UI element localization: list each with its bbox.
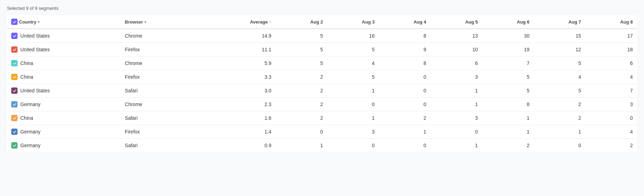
row-checkbox-4[interactable]	[11, 74, 18, 80]
browser-name: Safari	[125, 115, 138, 121]
date-value: 5	[372, 74, 375, 80]
cell-date-9-1: 0	[327, 139, 379, 152]
cell-date-5-2: 0	[379, 84, 430, 98]
browser-name: Chrome	[125, 102, 142, 107]
cell-date-9-4: 2	[482, 139, 534, 152]
row-checkbox-8[interactable]	[11, 129, 18, 135]
date-value: 2	[320, 102, 323, 107]
th-aug3: Aug 3	[327, 15, 379, 29]
cell-date-6-0: 2	[276, 98, 327, 111]
th-browser[interactable]: Browser ▾	[121, 15, 213, 29]
country-chevron-icon: ▾	[38, 20, 40, 24]
date-value: 0	[630, 115, 633, 121]
date-value: 2	[578, 115, 581, 121]
date-value: 6	[630, 60, 633, 66]
row-checkbox-7[interactable]	[11, 115, 18, 121]
cell-browser-9: Safari	[121, 139, 213, 152]
date-value: 1	[527, 115, 530, 121]
sort-icon: ↕	[269, 19, 271, 24]
date-value: 9	[423, 47, 426, 52]
cell-date-5-1: 1	[327, 84, 379, 98]
table-header-row: Country ▾ Browser ▾ Average ↕ Au	[7, 15, 637, 29]
date-value: 15	[576, 33, 581, 39]
country-name: United States	[20, 33, 50, 39]
browser-name: Firefox	[125, 74, 140, 80]
th-average[interactable]: Average ↕	[213, 15, 276, 29]
cell-date-2-6: 18	[585, 43, 637, 57]
cell-date-4-4: 5	[482, 70, 534, 84]
cell-country-4: China	[7, 70, 121, 84]
th-browser-label: Browser	[125, 19, 143, 25]
cell-date-7-6: 0	[585, 111, 637, 125]
date-value: 4	[372, 60, 375, 66]
date-value: 13	[472, 33, 478, 39]
date-value: 8	[527, 102, 530, 107]
cell-country-7: China	[7, 111, 121, 125]
row-checkbox-3[interactable]	[11, 60, 18, 66]
cell-date-3-5: 5	[534, 57, 585, 70]
cell-browser-1: Chrome	[121, 29, 213, 43]
th-aug4: Aug 4	[379, 15, 430, 29]
cell-date-8-2: 1	[379, 125, 430, 139]
cell-date-8-3: 0	[431, 125, 482, 139]
country-name: Germany	[20, 129, 41, 135]
average-value: 3.0	[264, 88, 271, 93]
cell-browser-4: Firefox	[121, 70, 213, 84]
date-value: 0	[423, 88, 426, 93]
date-value: 18	[627, 47, 633, 52]
table-row: China Safari1.62123120	[7, 111, 637, 125]
average-value: 1.4	[264, 129, 271, 135]
date-value: 5	[320, 47, 323, 52]
country-name: United States	[20, 88, 50, 93]
date-value: 3	[475, 74, 478, 80]
country-name: United States	[20, 47, 50, 52]
browser-chevron-icon: ▾	[144, 20, 146, 24]
date-value: 2	[630, 143, 633, 148]
cell-date-4-6: 4	[585, 70, 637, 84]
cell-date-6-5: 2	[534, 98, 585, 111]
cell-date-4-3: 3	[431, 70, 482, 84]
cell-date-4-5: 4	[534, 70, 585, 84]
date-value: 0	[372, 143, 375, 148]
browser-name: Chrome	[125, 60, 142, 66]
date-value: 2	[578, 102, 581, 107]
cell-date-2-0: 5	[276, 43, 327, 57]
date-value: 6	[475, 60, 478, 66]
th-country[interactable]: Country ▾	[7, 15, 121, 29]
table-row: Germany Firefox1.40310114	[7, 125, 637, 139]
header-checkbox[interactable]	[11, 19, 18, 25]
cell-date-3-6: 6	[585, 57, 637, 70]
date-value: 3	[475, 115, 478, 121]
date-value: 1	[475, 102, 478, 107]
row-checkbox-5[interactable]	[11, 87, 18, 94]
cell-country-8: Germany	[7, 125, 121, 139]
cell-browser-2: Firefox	[121, 43, 213, 57]
cell-date-7-1: 1	[327, 111, 379, 125]
row-checkbox-1[interactable]	[11, 33, 18, 39]
row-checkbox-6[interactable]	[11, 101, 18, 107]
row-checkbox-9[interactable]	[11, 142, 18, 149]
date-value: 5	[527, 74, 530, 80]
cell-country-2: United States	[7, 43, 121, 57]
cell-date-3-4: 7	[482, 57, 534, 70]
table-row: China Firefox3.32503544	[7, 70, 637, 84]
date-value: 30	[524, 33, 530, 39]
cell-country-6: Germany	[7, 98, 121, 111]
date-value: 2	[320, 74, 323, 80]
cell-date-6-4: 8	[482, 98, 534, 111]
date-value: 1	[527, 129, 530, 135]
cell-date-7-4: 1	[482, 111, 534, 125]
cell-browser-6: Chrome	[121, 98, 213, 111]
cell-date-2-5: 12	[534, 43, 585, 57]
cell-date-6-6: 3	[585, 98, 637, 111]
row-checkbox-2[interactable]	[11, 46, 18, 53]
cell-date-1-3: 13	[431, 29, 482, 43]
date-value: 0	[372, 102, 375, 107]
cell-date-9-5: 0	[534, 139, 585, 152]
cell-date-8-5: 1	[534, 125, 585, 139]
date-value: 4	[630, 129, 633, 135]
date-value: 1	[578, 129, 581, 135]
th-aug7: Aug 7	[534, 15, 585, 29]
date-value: 7	[630, 88, 633, 93]
cell-date-5-3: 1	[431, 84, 482, 98]
